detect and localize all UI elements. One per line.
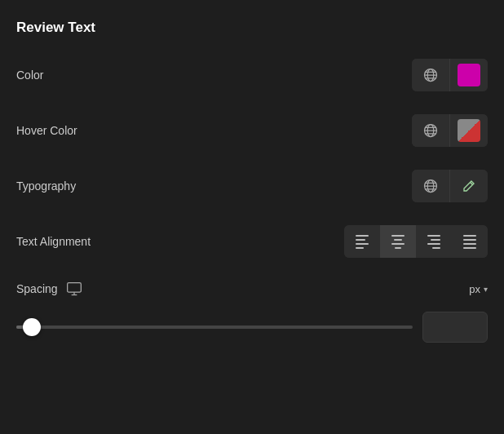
typography-label: Typography	[16, 179, 76, 193]
hover-color-control-group	[412, 114, 488, 147]
spacing-unit-dropdown[interactable]: px ▾	[469, 283, 488, 295]
align-justify-icon	[463, 235, 476, 249]
slider-row	[16, 312, 488, 343]
hover-globe-icon	[422, 122, 439, 139]
text-alignment-label: Text Alignment	[16, 235, 91, 248]
page-title: Review Text	[16, 20, 488, 36]
slider-thumb[interactable]	[23, 318, 41, 336]
color-control-group	[412, 59, 488, 91]
slider-track	[16, 326, 413, 329]
typography-control-group	[412, 170, 488, 202]
spacing-slider-container	[16, 314, 413, 340]
color-global-button[interactable]	[412, 59, 449, 91]
alignment-control-group	[344, 225, 488, 258]
align-left-button[interactable]	[344, 225, 380, 258]
align-left-icon	[356, 235, 369, 249]
typography-edit-button[interactable]	[450, 170, 488, 202]
text-alignment-row: Text Alignment	[16, 225, 488, 258]
chevron-down-icon: ▾	[484, 285, 488, 294]
color-label: Color	[16, 69, 43, 82]
hover-color-swatch-preview	[458, 119, 480, 142]
monitor-icon	[66, 281, 82, 297]
hover-color-label: Hover Color	[16, 124, 77, 137]
color-swatch-preview	[458, 64, 480, 86]
typography-row: Typography	[16, 170, 488, 202]
spacing-unit-label: px	[469, 283, 480, 295]
align-justify-button[interactable]	[452, 225, 488, 258]
align-center-icon	[391, 235, 405, 249]
color-swatch-button[interactable]	[450, 59, 488, 91]
hover-color-global-button[interactable]	[412, 114, 449, 147]
align-right-button[interactable]	[416, 225, 452, 258]
align-center-button[interactable]	[380, 225, 416, 258]
spacing-label: Spacing	[16, 282, 58, 295]
hover-color-swatch-button[interactable]	[450, 114, 488, 147]
color-row: Color	[16, 59, 488, 91]
align-right-icon	[427, 235, 440, 249]
svg-rect-16	[67, 283, 81, 293]
spacing-label-group: Spacing	[16, 281, 82, 297]
hover-color-row: Hover Color	[16, 114, 488, 147]
globe-icon	[422, 67, 439, 83]
pencil-icon	[462, 179, 476, 193]
typography-globe-icon	[422, 178, 439, 194]
spacing-value-input[interactable]	[422, 312, 488, 343]
spacing-row: Spacing px ▾	[16, 281, 488, 297]
typography-global-button[interactable]	[412, 170, 449, 202]
